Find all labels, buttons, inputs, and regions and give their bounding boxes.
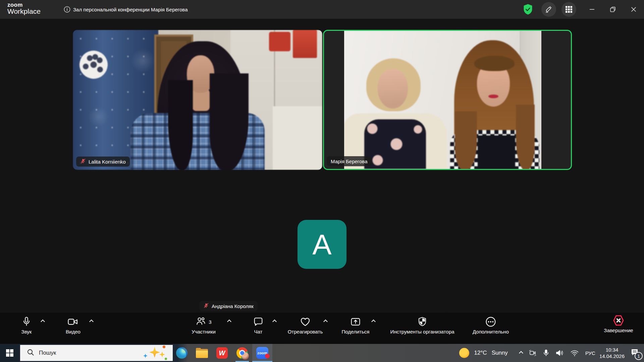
zoom-workplace-logo: zoom Workplace — [7, 2, 41, 15]
video-options-chevron[interactable] — [89, 319, 94, 324]
participants-label: Участники — [192, 329, 216, 335]
chat-label: Чат — [254, 329, 263, 335]
chat-options-chevron[interactable] — [272, 319, 277, 324]
audio-options-chevron[interactable] — [41, 319, 45, 324]
more-button[interactable]: Дополнительно — [468, 315, 514, 335]
host-tools-button[interactable]: Инструменты организатора — [383, 315, 461, 335]
weather-text[interactable]: 12°C Sunny — [474, 350, 507, 356]
restore-window-button[interactable] — [602, 0, 623, 19]
wps-office-taskbar-icon[interactable]: W — [212, 344, 232, 362]
participants-count-badge: 3 — [209, 319, 211, 325]
participants-options-chevron[interactable] — [227, 319, 231, 324]
edge-taskbar-icon[interactable] — [172, 344, 192, 362]
video-tile-mariia[interactable]: Марія Берегова — [323, 30, 572, 170]
zoom-notification-dot — [265, 354, 270, 358]
end-label: Завершение — [604, 327, 633, 333]
share-screen-icon — [350, 315, 361, 328]
language-indicator[interactable]: РУС — [585, 350, 595, 356]
wifi-icon[interactable] — [570, 349, 579, 357]
weather-condition: Sunny — [492, 350, 508, 356]
meeting-title: Зал персональной конференции Марія Берег… — [73, 0, 188, 19]
avatar-letter: A — [312, 228, 331, 261]
react-button[interactable]: Отреагировать — [281, 315, 329, 335]
participant-name-label: Lalita Korniienko — [76, 157, 130, 167]
meeting-toolbar: Звук Видео 3 Участники Чат — [0, 313, 644, 344]
file-explorer-taskbar-icon[interactable] — [192, 344, 212, 362]
start-button[interactable] — [0, 344, 19, 362]
taskbar-apps: W zoom — [172, 344, 272, 362]
notification-count-badge: 1 — [635, 352, 643, 360]
zoom-meeting-window: zoom Workplace Зал персональной конферен… — [0, 0, 644, 362]
video-tile-andriana[interactable]: A Андріана Короляк — [197, 174, 447, 314]
system-tray: 12°C Sunny РУС 10:34 14.04.2026 — [459, 344, 644, 362]
audio-label: Звук — [21, 329, 32, 335]
chat-button[interactable]: Чат — [248, 315, 269, 335]
participant-name: Марія Берегова — [331, 159, 367, 164]
windows-taskbar: Пошук W zoom — [0, 344, 644, 362]
more-ellipsis-icon — [485, 315, 496, 328]
chrome-taskbar-icon[interactable] — [232, 344, 252, 362]
notification-center-icon[interactable]: 1 — [629, 347, 641, 359]
title-bar: zoom Workplace Зал персональной конферен… — [0, 0, 644, 19]
video-feed-lalita — [73, 30, 322, 170]
clock-date: 14.04.2026 — [599, 353, 625, 360]
brand-line-zoom: zoom — [7, 2, 41, 8]
microphone-in-use-icon[interactable] — [543, 349, 549, 357]
apps-grid-button[interactable] — [561, 2, 576, 17]
audio-button[interactable]: Звук — [15, 315, 38, 335]
chrome-profile-avatar — [241, 352, 249, 360]
participants-button[interactable]: 3 Участники — [185, 315, 222, 335]
search-placeholder: Пошук — [39, 350, 56, 356]
weather-sun-icon[interactable] — [459, 348, 469, 358]
video-button[interactable]: Видео — [61, 315, 85, 335]
meeting-info-icon[interactable] — [64, 6, 70, 13]
participant-name: Андріана Короляк — [212, 303, 254, 309]
weather-temp: 12°C — [474, 350, 487, 356]
zoom-taskbar-icon[interactable]: zoom — [252, 344, 272, 362]
annotate-pencil-button[interactable] — [541, 2, 556, 17]
host-tools-shield-icon — [418, 315, 427, 328]
clock-time: 10:34 — [599, 347, 625, 353]
host-tools-label: Инструменты организатора — [390, 329, 454, 335]
end-meeting-button[interactable]: Завершение — [600, 314, 637, 333]
search-highlights-icon[interactable] — [141, 345, 167, 361]
participants-icon — [196, 316, 206, 327]
windows-logo-icon — [6, 349, 13, 357]
camera-in-use-icon[interactable] — [529, 349, 537, 357]
search-input[interactable]: Пошук — [20, 345, 173, 361]
brand-line-workplace: Workplace — [7, 8, 41, 15]
volume-icon[interactable] — [555, 349, 564, 357]
participant-name: Lalita Korniienko — [89, 159, 126, 165]
video-feed-mariia — [344, 31, 541, 169]
muted-mic-icon — [203, 303, 209, 309]
close-window-button[interactable] — [623, 0, 644, 19]
chat-icon — [253, 315, 263, 328]
camera-icon — [67, 315, 79, 328]
video-label: Видео — [66, 329, 80, 335]
share-label: Поделиться — [342, 329, 370, 335]
video-tile-lalita[interactable]: Lalita Korniienko — [73, 30, 322, 170]
microphone-icon — [21, 315, 32, 328]
avatar: A — [298, 220, 346, 269]
security-shield-icon[interactable] — [523, 4, 533, 15]
minimize-button[interactable] — [582, 0, 602, 19]
participant-name-label: Андріана Короляк — [199, 301, 258, 311]
clock[interactable]: 10:34 14.04.2026 — [599, 347, 625, 360]
heart-icon — [300, 315, 311, 328]
share-button[interactable]: Поделиться — [337, 315, 374, 335]
participant-name-label: Марія Берегова — [327, 156, 371, 166]
more-label: Дополнительно — [473, 329, 509, 335]
react-label: Отреагировать — [288, 329, 323, 335]
tray-expand-chevron[interactable] — [520, 352, 523, 355]
end-meeting-icon — [612, 314, 625, 327]
search-icon — [27, 349, 34, 357]
muted-mic-icon — [80, 158, 86, 165]
